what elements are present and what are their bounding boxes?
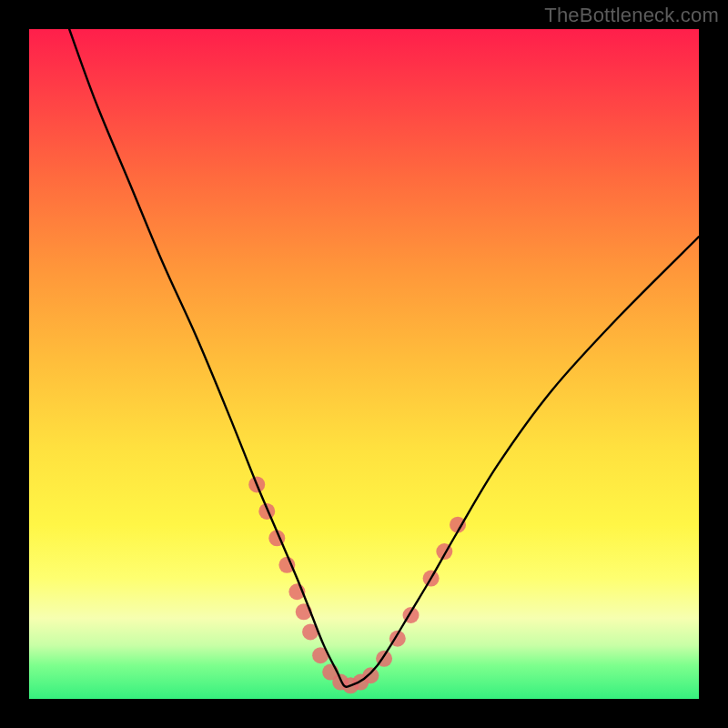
watermark-text: TheBottleneck.com — [544, 4, 719, 27]
plot-area — [29, 29, 699, 699]
highlight-dot — [362, 667, 379, 683]
bottleneck-curve — [69, 29, 699, 687]
curve-svg — [29, 29, 699, 699]
highlight-markers — [248, 476, 466, 693]
chart-frame: TheBottleneck.com — [0, 0, 728, 728]
